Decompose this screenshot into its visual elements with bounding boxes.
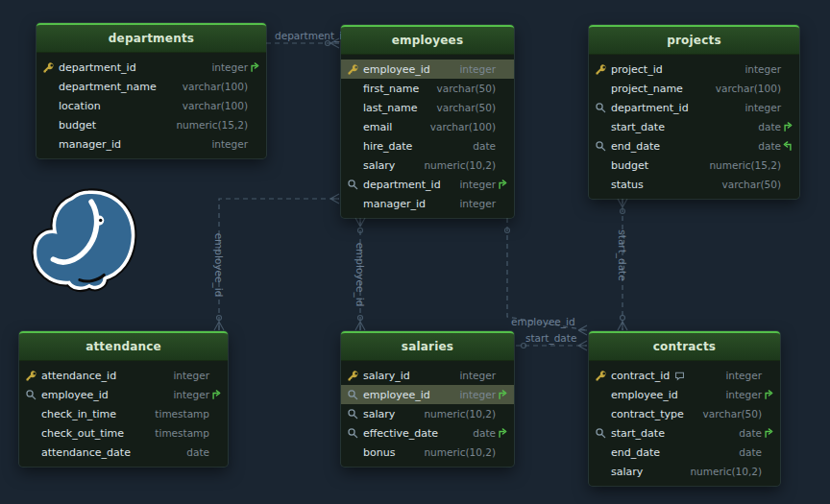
column-row-budget[interactable]: budgetnumeric(15,2) xyxy=(37,115,266,134)
column-row-project_id[interactable]: project_idinteger xyxy=(589,60,799,79)
diagram-canvas[interactable]: department_idemployee_idemployee_idstart… xyxy=(0,0,830,504)
column-row-salary_id[interactable]: salary_idinteger xyxy=(341,366,514,385)
column-name: manager_id xyxy=(59,138,121,151)
column-row-end_date[interactable]: end_datedate xyxy=(589,443,780,462)
column-name: check_in_time xyxy=(41,408,116,420)
column-row-location[interactable]: locationvarchar(100) xyxy=(37,96,266,115)
column-type: varchar(50) xyxy=(703,408,762,420)
column-name: salary xyxy=(363,408,395,420)
column-row-hire_date[interactable]: hire_datedate xyxy=(341,136,514,156)
table-columns: contract_idintegeremployee_idintegercont… xyxy=(589,361,780,486)
column-row-department_id[interactable]: department_idinteger xyxy=(37,58,266,77)
column-name: start_date xyxy=(611,121,665,133)
column-row-salary[interactable]: salarynumeric(10,2) xyxy=(589,462,780,481)
table-header[interactable]: salaries xyxy=(341,331,514,361)
table-departments[interactable]: departmentsdepartment_idintegerdepartmen… xyxy=(37,23,266,158)
table-header[interactable]: departments xyxy=(37,23,266,53)
column-type: date xyxy=(758,140,781,152)
column-name: attendance_date xyxy=(41,446,131,459)
column-row-department_name[interactable]: department_namevarchar(100) xyxy=(37,77,266,96)
fk-arrow-icon xyxy=(248,61,260,73)
crows-foot-marker xyxy=(214,322,224,330)
crows-foot-marker xyxy=(618,199,627,207)
column-row-salary[interactable]: salarynumeric(10,2) xyxy=(341,156,514,175)
column-name: attendance_id xyxy=(41,370,116,382)
table-title: salaries xyxy=(402,340,453,353)
relationship-attendance-employees[interactable] xyxy=(219,199,339,330)
column-name: check_out_time xyxy=(41,427,124,440)
magnifier-icon xyxy=(347,408,363,420)
column-type: varchar(50) xyxy=(722,179,781,190)
table-title: attendance xyxy=(85,340,161,353)
column-row-contract_type[interactable]: contract_typevarchar(50) xyxy=(589,404,780,423)
column-name: location xyxy=(59,100,101,112)
column-row-check_in_time[interactable]: check_in_timetimestamp xyxy=(19,404,228,423)
table-contracts[interactable]: contractscontract_idintegeremployee_idin… xyxy=(589,331,780,486)
column-row-employee_id[interactable]: employee_idinteger xyxy=(341,60,514,79)
column-type: varchar(100) xyxy=(430,121,496,132)
column-name: end_date xyxy=(611,140,660,153)
column-row-attendance_date[interactable]: attendance_datedate xyxy=(19,443,228,462)
column-name: budget xyxy=(59,119,96,132)
column-type: numeric(10,2) xyxy=(424,446,496,458)
column-row-start_date[interactable]: start_datedate xyxy=(589,423,780,443)
crows-foot-marker xyxy=(355,218,365,227)
table-header[interactable]: projects xyxy=(589,25,799,55)
column-row-check_out_time[interactable]: check_out_timetimestamp xyxy=(19,423,228,443)
magnifier-icon xyxy=(25,389,41,400)
fk-arrow-icon xyxy=(496,389,508,400)
column-name: department_id xyxy=(611,102,689,114)
table-header[interactable]: attendance xyxy=(19,331,228,361)
column-row-first_name[interactable]: first_namevarchar(50) xyxy=(341,79,514,98)
column-type: varchar(100) xyxy=(716,83,781,94)
key-icon xyxy=(595,370,611,382)
column-row-attendance_id[interactable]: attendance_idinteger xyxy=(19,366,228,385)
column-row-salary[interactable]: salarynumeric(10,2) xyxy=(341,404,514,423)
crows-foot-marker xyxy=(355,322,365,330)
crows-foot-marker xyxy=(578,341,587,350)
column-row-start_date[interactable]: start_datedate xyxy=(589,117,799,136)
table-columns: salary_idintegeremployee_idintegersalary… xyxy=(341,361,514,467)
column-row-employee_id[interactable]: employee_idinteger xyxy=(19,385,228,404)
column-row-bonus[interactable]: bonusnumeric(10,2) xyxy=(341,443,514,462)
column-row-contract_id[interactable]: contract_idinteger xyxy=(589,366,780,385)
magnifier-icon xyxy=(347,179,363,190)
table-header[interactable]: contracts xyxy=(589,331,780,361)
column-row-employee_id[interactable]: employee_idinteger xyxy=(589,385,780,404)
column-type: varchar(50) xyxy=(437,102,496,113)
column-name: department_id xyxy=(363,179,441,191)
column-row-end_date[interactable]: end_datedate xyxy=(589,136,799,156)
column-name: project_name xyxy=(611,83,683,95)
relationship-employees-contracts[interactable] xyxy=(507,218,587,330)
column-name: start_date xyxy=(611,427,665,440)
column-name: bonus xyxy=(363,446,395,459)
fk-arrow-icon xyxy=(496,427,508,439)
cardinality-ring xyxy=(621,316,625,321)
column-row-employee_id[interactable]: employee_idinteger xyxy=(341,385,514,404)
column-row-manager_id[interactable]: manager_idinteger xyxy=(37,134,266,154)
column-row-budget[interactable]: budgetnumeric(15,2) xyxy=(589,156,799,175)
table-projects[interactable]: projectsproject_idintegerproject_namevar… xyxy=(589,25,799,199)
key-icon xyxy=(595,63,611,76)
column-row-email[interactable]: emailvarchar(100) xyxy=(341,117,514,136)
table-columns: department_idintegerdepartment_namevarch… xyxy=(37,53,266,158)
column-type: timestamp xyxy=(155,427,209,439)
column-row-manager_id[interactable]: manager_idinteger xyxy=(341,194,514,213)
table-attendance[interactable]: attendanceattendance_idintegeremployee_i… xyxy=(19,331,228,467)
column-type: integer xyxy=(459,198,496,209)
column-type: varchar(100) xyxy=(183,100,248,111)
column-row-last_name[interactable]: last_namevarchar(50) xyxy=(341,98,514,117)
column-row-department_id[interactable]: department_idinteger xyxy=(341,175,514,194)
column-row-status[interactable]: statusvarchar(50) xyxy=(589,175,799,194)
table-salaries[interactable]: salariessalary_idintegeremployee_idinteg… xyxy=(341,331,514,467)
column-type: integer xyxy=(459,389,496,400)
key-icon xyxy=(347,63,363,76)
magnifier-icon xyxy=(347,427,363,439)
key-icon xyxy=(347,370,363,382)
table-employees[interactable]: employeesemployee_idintegerfirst_namevar… xyxy=(341,25,514,218)
fk-arrow-icon xyxy=(496,179,508,190)
table-header[interactable]: employees xyxy=(341,25,514,55)
column-row-project_name[interactable]: project_namevarchar(100) xyxy=(589,79,799,98)
column-row-department_id[interactable]: department_idinteger xyxy=(589,98,799,117)
column-row-effective_date[interactable]: effective_datedate xyxy=(341,423,514,443)
